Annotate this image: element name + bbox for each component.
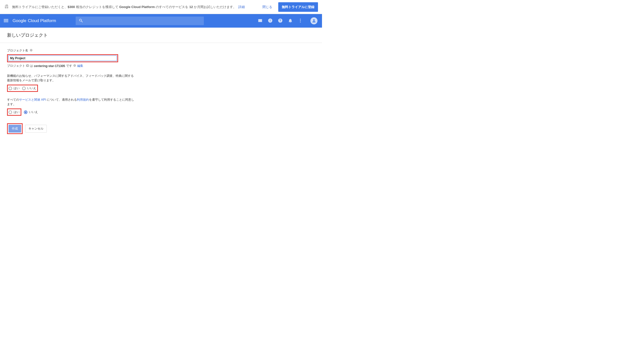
cloud-shell-icon[interactable] [258, 18, 263, 24]
no-label: いいえ [27, 86, 36, 90]
radio-icon[interactable] [9, 110, 12, 114]
brand-google: Google [13, 18, 26, 23]
svg-rect-0 [260, 21, 261, 21]
promo-text-end: か月間お試しいただけます。 [193, 5, 236, 9]
tos-yes[interactable]: はい [9, 110, 20, 114]
promo-product: Google Cloud Platform [119, 5, 155, 9]
free-trial-banner: 無料トライアルにご登録いただくと、$300 相当のクレジットを獲得して Goog… [0, 0, 322, 14]
email-optin-yes[interactable]: はい [9, 86, 20, 90]
email-optin-no[interactable]: いいえ [22, 86, 36, 90]
search-input[interactable] [86, 19, 201, 23]
account-avatar[interactable] [310, 17, 317, 24]
radio-icon[interactable] [24, 110, 27, 114]
svg-point-3 [300, 22, 301, 22]
promo-text-mid: 相当のクレジットを獲得して [75, 5, 119, 9]
form-buttons: 作成 キャンセル [7, 123, 135, 134]
help-icon[interactable]: ? [73, 64, 76, 68]
appbar-actions [258, 17, 317, 24]
top-app-bar: Google Cloud Platform [0, 14, 322, 28]
page-title: 新しいプロジェクト [7, 32, 315, 43]
services-api-link[interactable]: サービスと関連 API [19, 98, 46, 101]
tos-radios: はい いいえ [7, 108, 135, 116]
search-box[interactable] [76, 17, 204, 25]
promo-credit: $300 [68, 5, 75, 9]
yes-label: はい [14, 110, 20, 114]
create-button[interactable]: 作成 [9, 125, 21, 133]
new-project-form: プロジェクト名 ? プロジェクト ID は centering-star-171… [7, 43, 135, 134]
notifications-icon[interactable] [288, 18, 293, 24]
free-trial-signup-button[interactable]: 無料トライアルに登録 [278, 2, 318, 12]
terms-link[interactable]: 利用規約 [77, 98, 89, 101]
no-label: いいえ [29, 110, 38, 114]
tos-pre: すべての [7, 98, 19, 101]
project-name-label-text: プロジェクト名 [7, 48, 28, 53]
email-optin-text: 新機能のお知らせ、パフォーマンスに関するアドバイス、フィードバック調査、特典に関… [7, 74, 135, 83]
project-name-highlight [7, 54, 118, 62]
menu-icon[interactable] [3, 18, 13, 24]
project-id-pre: プロジェクト ID は [7, 64, 33, 68]
email-optin-highlight: はい いいえ [7, 85, 38, 92]
radio-icon[interactable] [9, 87, 12, 90]
project-id-post: です [66, 64, 72, 68]
help-icon[interactable]: ? [30, 49, 33, 52]
search-icon [79, 18, 83, 24]
cancel-button[interactable]: キャンセル [25, 125, 47, 133]
tos-text: すべてのサービスと関連 API について、適用される利用規約を遵守して利用するこ… [7, 97, 135, 106]
tos-no[interactable]: いいえ [24, 110, 38, 114]
project-name-input[interactable] [8, 55, 117, 61]
tos-mid: について、適用される [46, 98, 77, 101]
create-button-highlight: 作成 [7, 123, 23, 134]
edit-project-id-link[interactable]: 編集 [77, 64, 83, 68]
gift-icon [4, 4, 12, 10]
radio-icon[interactable] [22, 87, 26, 90]
project-id-line: プロジェクト ID は centering-star-171305 です ? 編… [7, 64, 135, 68]
more-icon[interactable] [298, 18, 303, 24]
yes-label: はい [14, 86, 20, 90]
brand-title[interactable]: Google Cloud Platform [13, 18, 56, 23]
details-link[interactable]: 詳細 [238, 5, 245, 9]
promo-text-post: のすべてのサービスを [155, 5, 189, 9]
promo-text-pre: 無料トライアルにご登録いただくと、 [12, 5, 68, 9]
tos-yes-highlight: はい [7, 108, 21, 116]
close-banner-button[interactable]: 閉じる [262, 5, 272, 9]
free-trial-text: 無料トライアルにご登録いただくと、$300 相当のクレジットを獲得して Goog… [12, 5, 262, 9]
brand-rest: Cloud Platform [28, 18, 56, 23]
project-name-label: プロジェクト名 ? [7, 48, 135, 53]
email-optin-radios: はい いいえ [7, 85, 135, 92]
promo-months: 12 [189, 5, 193, 9]
feedback-icon[interactable] [268, 18, 273, 24]
svg-point-2 [300, 20, 301, 21]
svg-point-1 [300, 19, 301, 19]
page-content: 新しいプロジェクト プロジェクト名 ? プロジェクト ID は centerin… [0, 28, 322, 139]
project-id-value: centering-star-171305 [34, 64, 65, 68]
help-icon[interactable] [278, 18, 283, 24]
